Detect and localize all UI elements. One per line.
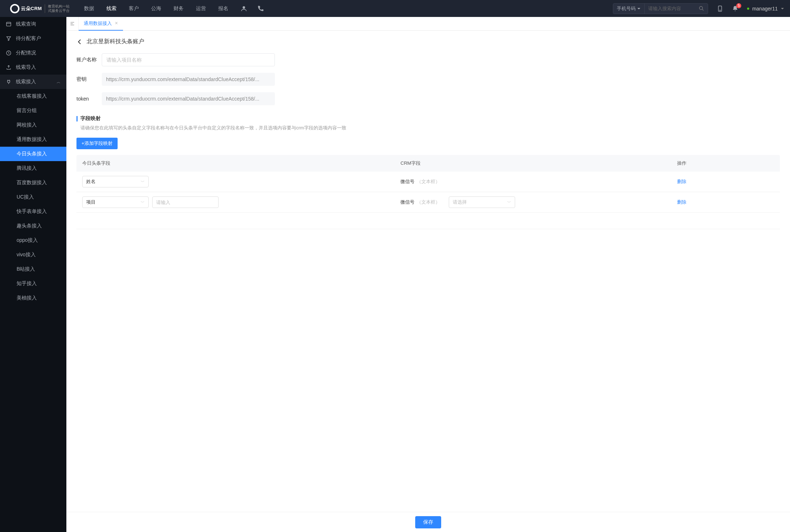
svg-point-1: [699, 6, 703, 10]
chevron-up-icon: ︿: [57, 79, 61, 85]
crm-field-label: 微信号: [400, 199, 414, 205]
sidebar-item-label: 待分配客户: [16, 35, 41, 42]
tab[interactable]: 通用数据接入✕: [79, 17, 123, 31]
search-filter-label: 手机号码: [617, 5, 636, 12]
col-header-op: 操作: [677, 160, 774, 167]
chevron-down-icon: [781, 7, 784, 10]
top-nav-item[interactable]: 客户: [129, 5, 139, 12]
sidebar-subitem[interactable]: 通用数据接入: [0, 132, 66, 147]
delete-link[interactable]: 删除: [677, 179, 686, 184]
bell-icon[interactable]: 5: [732, 5, 738, 12]
toutiao-field-input[interactable]: [152, 196, 219, 208]
top-nav-item[interactable]: 运营: [196, 5, 206, 12]
sidebar-subitem[interactable]: 百度数据接入: [0, 176, 66, 190]
sidebar-subitem[interactable]: 留言分组: [0, 103, 66, 118]
sidebar-subitem[interactable]: 网校接入: [0, 118, 66, 132]
top-nav-item[interactable]: 线索: [106, 5, 117, 12]
section-help: 请确保您在此填写的头条自定义字段名称与在今日头条平台中自定义的字段名称一致，并且…: [76, 125, 780, 131]
sidebar-subitem[interactable]: UC接入: [0, 190, 66, 204]
token-label: token: [76, 96, 102, 102]
page-title: 北京昱新科技头条账户: [87, 38, 144, 45]
account-label: 账户名称: [76, 57, 102, 63]
form-row-secret: 密钥: [76, 73, 780, 86]
sidebar-subitem[interactable]: 趣头条接入: [0, 219, 66, 233]
toutiao-field-select[interactable]: 项目﹀: [82, 196, 149, 208]
sidebar-subitem[interactable]: 在线客服接入: [0, 89, 66, 103]
content: 北京昱新科技头条账户 账户名称 密钥 token 字段映射 请确保您在此填写的头…: [66, 31, 790, 532]
brand-name: 云朵CRM: [21, 5, 42, 12]
search-input[interactable]: [645, 6, 695, 11]
notification-badge: 5: [736, 3, 741, 8]
add-mapping-button[interactable]: +添加字段映射: [76, 138, 118, 149]
secret-input[interactable]: [102, 73, 275, 86]
sidebar-item[interactable]: 分配情况: [0, 46, 66, 60]
sidebar: 线索查询待分配客户分配情况线索导入线索接入︿在线客服接入留言分组网校接入通用数据…: [0, 17, 66, 532]
save-button[interactable]: 保存: [415, 516, 441, 528]
sidebar-subitem[interactable]: vivo接入: [0, 248, 66, 262]
status-dot: [747, 8, 749, 10]
top-nav-item[interactable]: 报名: [218, 5, 228, 12]
mapping-rows: 姓名﹀微信号（文本框）删除项目﹀微信号（文本框）请选择﹀删除: [76, 172, 780, 213]
header-right: 手机号码 5 manager11: [613, 3, 784, 14]
back-icon[interactable]: [76, 39, 83, 45]
sidebar-item[interactable]: 待分配客户: [0, 31, 66, 46]
svg-rect-4: [6, 22, 11, 26]
search-box: 手机号码: [613, 3, 708, 14]
top-nav-item[interactable]: 财务: [174, 5, 184, 12]
token-input[interactable]: [102, 92, 275, 105]
sidebar-subitem[interactable]: B站接入: [0, 262, 66, 276]
table-row-empty: [76, 213, 780, 229]
list-icon: [6, 21, 12, 27]
top-nav: 数据线索客户公海财务运营报名: [84, 5, 228, 12]
top-nav-item[interactable]: 公海: [151, 5, 161, 12]
divider: [45, 4, 45, 13]
toutiao-field-select[interactable]: 姓名﹀: [82, 176, 149, 187]
crm-field-select[interactable]: 请选择﹀: [449, 196, 515, 208]
close-icon[interactable]: ✕: [115, 21, 118, 26]
main: 通用数据接入✕ 北京昱新科技头条账户 账户名称 密钥 token 字段映射: [66, 17, 790, 532]
sidebar-item-label: 线索查询: [16, 21, 36, 27]
filter-icon: [6, 36, 12, 41]
delete-link[interactable]: 删除: [677, 199, 686, 205]
upload-icon: [6, 65, 12, 70]
user-add-icon[interactable]: [240, 5, 248, 13]
chevron-down-icon: [637, 7, 641, 10]
sidebar-item[interactable]: 线索接入︿: [0, 75, 66, 89]
sidebar-item-label: 分配情况: [16, 50, 36, 56]
form-row-token: token: [76, 92, 780, 105]
phone-icon[interactable]: [256, 5, 264, 13]
sidebar-item-label: 线索接入: [16, 79, 36, 85]
user-menu[interactable]: manager11: [747, 6, 784, 12]
clock-icon: [6, 50, 12, 56]
table-row: 项目﹀微信号（文本框）请选择﹀删除: [76, 192, 780, 213]
crm-field-hint: （文本框）: [417, 199, 440, 205]
sidebar-subitem[interactable]: 美柚接入: [0, 291, 66, 305]
sidebar-subitem[interactable]: oppo接入: [0, 233, 66, 248]
footer-bar: 保存: [66, 512, 790, 532]
brand-tagline-line: 教育机构一站: [48, 4, 70, 9]
page-title-row: 北京昱新科技头条账户: [76, 38, 780, 45]
user-name: manager11: [752, 6, 778, 12]
chevron-down-icon: ﹀: [141, 179, 145, 185]
mapping-table-head: 今日头条字段 CRM字段 操作: [76, 155, 780, 172]
mobile-icon[interactable]: [717, 5, 723, 12]
select-value: 姓名: [86, 178, 96, 185]
sidebar-item-label: 线索导入: [16, 64, 36, 71]
top-nav-item[interactable]: 数据: [84, 5, 94, 12]
select-placeholder: 请选择: [453, 199, 467, 205]
sidebar-item[interactable]: 线索导入: [0, 60, 66, 75]
search-filter-select[interactable]: 手机号码: [613, 4, 645, 14]
sidebar-subitem[interactable]: 今日头条接入: [0, 147, 66, 161]
account-name-input[interactable]: [102, 53, 275, 66]
chevron-down-icon: ﹀: [507, 200, 511, 205]
sidebar-item[interactable]: 线索查询: [0, 17, 66, 31]
sidebar-subitem[interactable]: 腾讯接入: [0, 161, 66, 176]
search-icon[interactable]: [695, 6, 708, 11]
sidebar-subitem[interactable]: 快手表单接入: [0, 204, 66, 219]
collapse-sidebar-button[interactable]: [66, 17, 79, 31]
tabs-container: 通用数据接入✕: [79, 17, 123, 31]
section-head: 字段映射: [76, 115, 780, 122]
sidebar-subitem[interactable]: 知乎接入: [0, 276, 66, 291]
logo-icon: [10, 4, 19, 13]
chevron-down-icon: ﹀: [141, 200, 145, 205]
